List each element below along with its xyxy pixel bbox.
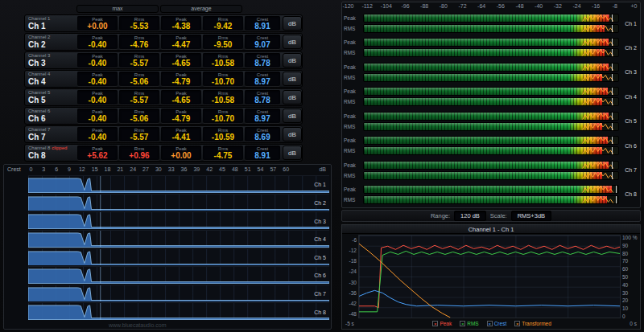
meter-channel-row: Peak RMS Ch 2 [344, 36, 638, 59]
avg-peak-cell: Peak -4.79 [161, 72, 201, 86]
cell-value: -4.65 [161, 96, 201, 105]
channel-cell[interactable]: Channel 5 Ch 5 [25, 90, 76, 105]
cell-value: +0.00 [77, 23, 118, 31]
channel-cell[interactable]: Channel 8clipped Ch 8 [25, 146, 76, 160]
crest-cell: Crest 8.78 [245, 53, 280, 68]
crest-distribution-shape [28, 251, 329, 265]
axis-tick-label: -42 [349, 300, 357, 305]
peak-hold-marker [612, 172, 613, 179]
channel-cell[interactable]: Channel 7 Ch 7 [25, 127, 76, 141]
cell-value: -0.40 [77, 59, 118, 68]
db-unit-button[interactable]: dB [283, 146, 302, 160]
average-group-header: average [160, 5, 242, 13]
channel-number-text: Channel 3 [28, 53, 50, 58]
axis-tick-label: 80 [622, 250, 628, 256]
meter-fill [364, 196, 607, 203]
meter-fill [364, 137, 608, 144]
crest-scale-unit: dB [319, 166, 326, 172]
axis-tick-label: 6 [55, 166, 58, 172]
legend-checkbox[interactable]: × [487, 321, 493, 326]
max-peak-cell: Peak +5.62 [77, 146, 118, 160]
channel-number-text: Channel 8 [28, 146, 50, 150]
crest-distribution-shape [28, 233, 329, 248]
db-unit-button[interactable]: dB [283, 53, 302, 68]
db-unit-button[interactable]: dB [283, 90, 302, 105]
meter-channel-row: Peak RMS Ch 7 [344, 159, 638, 182]
history-plot [358, 235, 621, 318]
peak-hold-marker [612, 98, 613, 105]
channel-number-text: Channel 2 [28, 35, 50, 39]
crest-cell: Crest 8.97 [245, 72, 280, 86]
legend-checkbox[interactable]: × [514, 321, 520, 326]
crest-channel-label: Ch 4 [314, 236, 326, 242]
meter-channel-row: Peak RMS Ch 4 [344, 85, 638, 108]
meter-fill [364, 49, 605, 56]
peak-label: Peak [344, 14, 363, 23]
axis-tick-label: -48 [515, 3, 523, 9]
axis-tick-label: 27 [142, 166, 149, 172]
rms-meter-bar [363, 171, 619, 180]
channel-number-label: Channel 3 [28, 53, 76, 59]
db-unit-button[interactable]: dB [283, 16, 302, 31]
db-unit-button[interactable]: dB [283, 127, 302, 141]
peak-hold-marker [612, 14, 613, 22]
peak-hold-marker [612, 137, 613, 144]
history-graph [359, 236, 620, 318]
meter-channel-label: Ch 5 [619, 118, 638, 124]
avg-peak-cell: Peak +0.00 [161, 146, 201, 160]
crest-histogram-plot [28, 249, 329, 266]
crest-histogram-row: Ch 6 [28, 266, 329, 284]
meter-bars [363, 112, 619, 131]
meter-type-labels: Peak RMS [344, 136, 363, 155]
axis-tick-label: +0 [631, 3, 638, 9]
db-unit-button[interactable]: dB [283, 35, 302, 49]
db-unit-button[interactable]: dB [283, 72, 302, 86]
avg-peak-cell: Peak -4.41 [161, 127, 201, 141]
meter-fill [364, 123, 602, 130]
cell-value: +0.96 [119, 152, 159, 160]
rms-label: RMS [344, 48, 363, 57]
channel-cell[interactable]: Channel 3 Ch 3 [25, 53, 76, 68]
axis-tick-label: 70 [622, 258, 628, 264]
meter-fill [364, 88, 608, 95]
channel-cell[interactable]: Channel 4 Ch 4 [25, 72, 76, 86]
history-legend: × Peak × RMS × Crest × Transformed [354, 321, 630, 326]
meter-bars [363, 38, 619, 57]
meter-fill [364, 14, 609, 22]
avg-rms-cell: Rms -10.58 [203, 90, 243, 105]
peak-label: Peak [344, 136, 363, 145]
peak-hold-marker [616, 196, 617, 203]
channel-stats-row: Channel 1 Ch 1 Peak +0.00 Rms -5.53 Peak… [24, 14, 303, 32]
scale-value-dropdown[interactable]: RMS+3dB [511, 211, 551, 221]
history-graph-panel: Channel 1 - Ch 1 -6-12-18-24-30-36-42-48… [341, 224, 641, 330]
avg-rms-cell: Rms -9.42 [203, 16, 243, 31]
axis-tick-label: 0 [30, 166, 33, 172]
range-value-dropdown[interactable]: 120 dB [454, 211, 486, 221]
legend-checkbox[interactable]: × [460, 321, 465, 326]
history-y-axis-right: 100 %9080706050403020100 [621, 235, 638, 318]
cell-value: -4.75 [203, 152, 243, 160]
history-title: Channel 1 - Ch 1 [342, 225, 640, 234]
channel-number-label: Channel 4 [28, 72, 76, 77]
crest-channel-label: Ch 7 [314, 291, 326, 297]
rms-meter-bar [363, 195, 619, 204]
cell-value: -9.42 [203, 23, 243, 31]
axis-tick-label: -12 [349, 248, 357, 253]
legend-item: × RMS [460, 321, 478, 326]
channel-number-text: Channel 6 [28, 109, 50, 113]
channel-cell[interactable]: Channel 2 Ch 2 [25, 35, 76, 49]
channel-cell[interactable]: Channel 6 Ch 6 [25, 109, 76, 123]
avg-peak-cell: Peak -4.65 [161, 53, 201, 68]
axis-tick-label: 60 [283, 166, 289, 172]
peak-meter-bar [363, 87, 619, 96]
axis-tick-label: 33 [168, 166, 175, 172]
channel-stats-row: Channel 2 Ch 2 Peak -0.40 Rms -4.76 Peak… [24, 33, 303, 51]
meter-fill [364, 98, 602, 105]
legend-label: Peak [440, 321, 452, 326]
axis-tick-label: 9 [68, 166, 71, 172]
peak-hold-marker [616, 186, 617, 193]
legend-checkbox[interactable]: × [432, 321, 438, 326]
db-unit-button[interactable]: dB [283, 109, 302, 123]
channel-cell[interactable]: Channel 1 Ch 1 [25, 16, 76, 31]
crest-distribution-shape [28, 269, 329, 284]
